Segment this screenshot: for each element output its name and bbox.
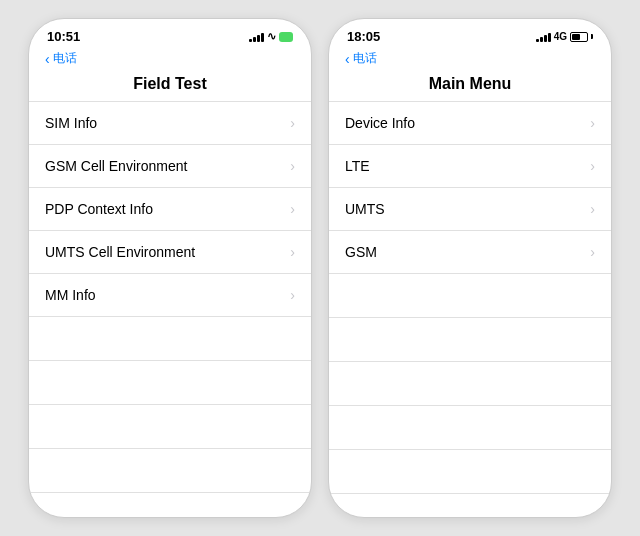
empty-row <box>29 449 311 493</box>
chevron-right-icon: › <box>590 158 595 174</box>
item-label: GSM <box>345 244 377 260</box>
menu-list-1: SIM Info › GSM Cell Environment › PDP Co… <box>29 102 311 517</box>
time-1: 10:51 <box>47 29 80 44</box>
list-item[interactable]: LTE › <box>329 145 611 188</box>
signal-icon-1 <box>249 32 264 42</box>
menu-list-2: Device Info › LTE › UMTS › GSM › <box>329 102 611 517</box>
item-label: MM Info <box>45 287 96 303</box>
list-item[interactable]: GSM Cell Environment › <box>29 145 311 188</box>
chevron-right-icon: › <box>590 244 595 260</box>
status-icons-2: 4G <box>536 31 593 42</box>
back-label-2: 电话 <box>353 50 377 67</box>
time-2: 18:05 <box>347 29 380 44</box>
empty-rows-1 <box>29 317 311 517</box>
list-item[interactable]: SIM Info › <box>29 102 311 145</box>
list-item[interactable]: UMTS Cell Environment › <box>29 231 311 274</box>
item-label: SIM Info <box>45 115 97 131</box>
chevron-right-icon: › <box>290 244 295 260</box>
item-label: UMTS <box>345 201 385 217</box>
battery-tip-2 <box>591 34 593 39</box>
list-item[interactable]: MM Info › <box>29 274 311 317</box>
back-label-1: 电话 <box>53 50 77 67</box>
screen-title-2: Main Menu <box>329 73 611 102</box>
empty-row <box>29 493 311 517</box>
empty-row <box>29 405 311 449</box>
back-button-1[interactable]: ‹ 电话 <box>45 50 77 67</box>
battery-green-1 <box>279 32 293 42</box>
battery-icon-2 <box>570 32 588 42</box>
chevron-right-icon: › <box>290 115 295 131</box>
empty-rows-2 <box>329 274 611 517</box>
back-button-2[interactable]: ‹ 电话 <box>345 50 377 67</box>
screen-title-1: Field Test <box>29 73 311 102</box>
empty-row <box>329 318 611 362</box>
chevron-right-icon: › <box>290 158 295 174</box>
list-item[interactable]: PDP Context Info › <box>29 188 311 231</box>
chevron-left-icon-2: ‹ <box>345 51 350 67</box>
empty-row <box>29 317 311 361</box>
chevron-right-icon: › <box>290 201 295 217</box>
list-item[interactable]: GSM › <box>329 231 611 274</box>
item-label: GSM Cell Environment <box>45 158 187 174</box>
item-label: Device Info <box>345 115 415 131</box>
status-icons-1: ∿ <box>249 30 293 43</box>
status-bar-2: 18:05 4G <box>329 19 611 48</box>
empty-row <box>329 406 611 450</box>
item-label: PDP Context Info <box>45 201 153 217</box>
empty-row <box>29 361 311 405</box>
phone-1: 10:51 ∿ ‹ 电话 Field Test SIM Info › GSM C… <box>28 18 312 518</box>
empty-row <box>329 450 611 494</box>
empty-row <box>329 362 611 406</box>
status-bar-1: 10:51 ∿ <box>29 19 311 48</box>
list-item[interactable]: UMTS › <box>329 188 611 231</box>
wifi-icon-1: ∿ <box>267 30 276 43</box>
list-item[interactable]: Device Info › <box>329 102 611 145</box>
chevron-right-icon: › <box>590 201 595 217</box>
nav-bar-2: ‹ 电话 <box>329 48 611 73</box>
nav-bar-1: ‹ 电话 <box>29 48 311 73</box>
chevron-left-icon-1: ‹ <box>45 51 50 67</box>
empty-row <box>329 494 611 517</box>
4g-badge: 4G <box>554 31 567 42</box>
battery-fill-2 <box>572 34 580 40</box>
chevron-right-icon: › <box>290 287 295 303</box>
empty-row <box>329 274 611 318</box>
signal-icon-2 <box>536 32 551 42</box>
item-label: UMTS Cell Environment <box>45 244 195 260</box>
chevron-right-icon: › <box>590 115 595 131</box>
phone-2: 18:05 4G ‹ 电话 Main Menu Device Info › <box>328 18 612 518</box>
item-label: LTE <box>345 158 370 174</box>
